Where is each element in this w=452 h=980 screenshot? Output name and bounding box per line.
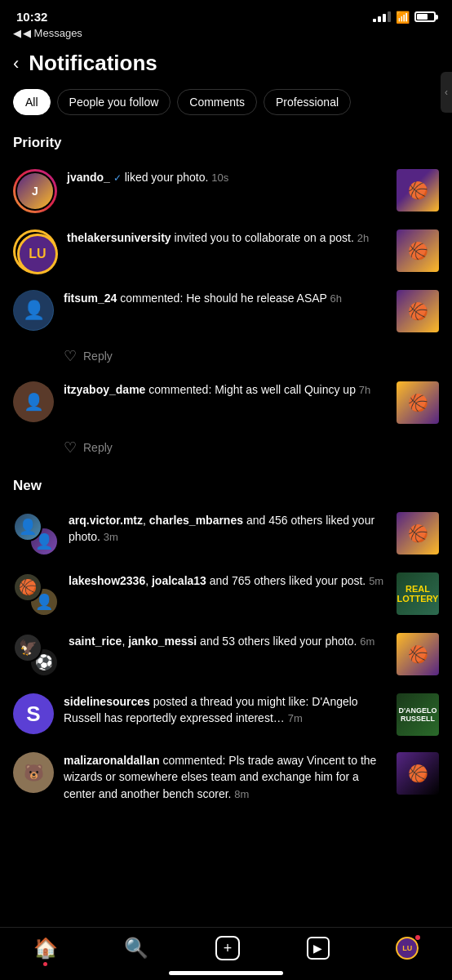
group-avatars-saintrice[interactable]: 🦅 ⚽ xyxy=(13,633,59,677)
filter-tabs: All People you follow Comments Professio… xyxy=(0,89,452,131)
filter-tab-people[interactable]: People you follow xyxy=(57,89,171,115)
username-sidelinesources[interactable]: sidelinesources xyxy=(64,695,150,708)
thumb-malizaron[interactable]: 🏀 xyxy=(397,752,439,795)
time-lakeshow: 5m xyxy=(369,575,383,587)
comma-saintrice: , xyxy=(122,635,128,648)
notif-item-lakersuniversity: LU thelakersuniversity invited you to co… xyxy=(0,221,452,282)
section-heading-new: New xyxy=(0,474,452,504)
notif-text-itzyaboy: itzyaboy_dame commented: Might as well c… xyxy=(64,381,387,399)
thumb-lakeshow[interactable]: REAL LOTTERY xyxy=(397,572,439,615)
action-itzyaboy: commented: Might as well call Quincy up xyxy=(148,383,359,396)
notif-text-jvando: jvando_ ✓ liked your photo. 10s xyxy=(67,169,387,186)
reply-button-fitsum[interactable]: Reply xyxy=(83,350,113,363)
avatar-malizaron[interactable]: 🐻 xyxy=(13,752,54,793)
wifi-icon: 📶 xyxy=(396,11,410,24)
sidebar-tab[interactable]: ‹ xyxy=(441,72,452,113)
notif-text-lakersuniversity: thelakersuniversity invited you to colla… xyxy=(67,229,387,247)
action-saintrice: and 53 others liked your photo. xyxy=(200,635,360,648)
like-icon-fitsum[interactable]: ♡ xyxy=(64,347,77,365)
messages-back-arrow: ◀ xyxy=(13,27,21,39)
avatar-fitsum[interactable]: 👤 xyxy=(13,290,54,331)
notif-content-saintrice: saint_rice, janko_messi and 53 others li… xyxy=(69,633,387,650)
group-av1-lakeshow: 🏀 xyxy=(13,572,42,602)
filter-tab-all[interactable]: All xyxy=(13,89,51,115)
like-icon-itzyaboy[interactable]: ♡ xyxy=(64,439,77,457)
username-jankomessi[interactable]: janko_messi xyxy=(128,635,197,648)
home-indicator xyxy=(169,971,283,975)
username-lakersuniversity[interactable]: thelakersuniversity xyxy=(67,231,171,244)
time-arqvictor: 3m xyxy=(104,531,118,543)
notif-content-malizaron: malizaronaldallan commented: Pls trade a… xyxy=(64,752,387,802)
verified-icon-jvando: ✓ xyxy=(113,172,122,184)
signal-bar-3 xyxy=(383,14,386,22)
page-header: ‹ Notifications xyxy=(0,44,452,89)
notif-content-lakeshow: lakeshow2336, joalcala13 and 765 others … xyxy=(69,572,387,590)
reels-icon: ▶ xyxy=(307,937,330,960)
nav-add[interactable]: + xyxy=(215,936,240,960)
notif-text-arqvictor: arq.victor.mtz, charles_mbarnes and 456 … xyxy=(69,512,387,546)
thumb-jvando[interactable]: 🏀 xyxy=(397,169,439,212)
thumb-lakersuniversity[interactable]: 🏀 xyxy=(397,229,439,272)
filter-tab-professional[interactable]: Professional xyxy=(264,89,351,115)
group-av1-arqvictor: 👤 xyxy=(13,512,42,541)
nav-profile[interactable]: LU xyxy=(396,937,419,960)
thumb-arqvictor[interactable]: 🏀 xyxy=(397,512,439,555)
username-saintrice[interactable]: saint_rice xyxy=(69,635,122,648)
time-malizaron: 8m xyxy=(234,788,249,800)
back-button[interactable]: ‹ xyxy=(13,53,19,74)
messages-back-link[interactable]: ◀ ◀ Messages xyxy=(0,27,452,44)
username-malizaron[interactable]: malizaronaldallan xyxy=(64,754,159,767)
battery-icon xyxy=(414,11,436,22)
avatar-sidelinesources[interactable]: S xyxy=(13,693,54,734)
thumb-fitsum[interactable]: 🏀 xyxy=(397,290,439,332)
avatar-ring-lakersuniversity[interactable]: LU xyxy=(13,229,57,274)
notif-item-saintrice: 🦅 ⚽ saint_rice, janko_messi and 53 other… xyxy=(0,625,452,685)
battery-fill xyxy=(417,14,428,20)
home-icon: 🏠 xyxy=(33,937,58,960)
nav-search[interactable]: 🔍 xyxy=(124,937,148,960)
time-jvando: 10s xyxy=(211,172,228,184)
action-lakeshow: and 765 others liked your post. xyxy=(210,574,369,587)
username-fitsum[interactable]: fitsum_24 xyxy=(64,292,117,305)
group-avatars-arqvictor[interactable]: 👤 👤 xyxy=(13,512,59,556)
time-itzyaboy: 7h xyxy=(359,384,370,396)
notif-text-malizaron: malizaronaldallan commented: Pls trade a… xyxy=(64,752,387,802)
filter-tab-comments[interactable]: Comments xyxy=(177,89,257,115)
notif-item-jvando: J jvando_ ✓ liked your photo. 10s 🏀 xyxy=(0,161,452,221)
thumb-sidelinesources[interactable]: D'ANGELO RUSSELL xyxy=(397,693,439,736)
nav-reels[interactable]: ▶ xyxy=(307,937,330,960)
username-charles[interactable]: charles_mbarnes xyxy=(149,514,243,527)
time-lakersuniversity: 2h xyxy=(357,232,369,244)
time-sidelinesources: 7m xyxy=(288,712,303,724)
username-lakeshow[interactable]: lakeshow2336 xyxy=(69,574,145,587)
messages-back-label: ◀ Messages xyxy=(23,27,82,39)
add-icon: + xyxy=(215,936,240,960)
signal-bar-4 xyxy=(388,11,391,22)
thumb-itzyaboy[interactable]: 🏀 xyxy=(397,381,439,424)
status-bar: 10:32 📶 xyxy=(0,0,452,27)
notif-text-sidelinesources: sidelinesources posted a thread you migh… xyxy=(64,693,387,727)
signal-bar-1 xyxy=(373,19,376,22)
page-title: Notifications xyxy=(29,51,157,76)
notif-content-sidelinesources: sidelinesources posted a thread you migh… xyxy=(64,693,387,727)
notif-item-lakeshow: 🏀 👤 lakeshow2336, joalcala13 and 765 oth… xyxy=(0,564,452,625)
signal-bar-2 xyxy=(378,16,381,22)
username-joalcala[interactable]: joalcala13 xyxy=(152,574,206,587)
search-icon: 🔍 xyxy=(124,937,148,960)
comma-arqvictor: , xyxy=(143,514,149,527)
thumb-saintrice[interactable]: 🏀 xyxy=(397,633,439,675)
nav-home[interactable]: 🏠 xyxy=(33,937,58,960)
comma-lakeshow: , xyxy=(145,574,152,587)
username-itzyaboy[interactable]: itzyaboy_dame xyxy=(64,383,145,396)
group-avatars-lakeshow[interactable]: 🏀 👤 xyxy=(13,572,59,617)
avatar-ring-jvando[interactable]: J xyxy=(13,169,57,213)
username-arqvictor[interactable]: arq.victor.mtz xyxy=(69,514,143,527)
notif-text-fitsum: fitsum_24 commented: He should he releas… xyxy=(64,290,387,307)
profile-avatar-nav: LU xyxy=(396,937,419,960)
username-jvando[interactable]: jvando_ xyxy=(67,171,110,184)
avatar-itzyaboy[interactable]: 👤 xyxy=(13,381,54,422)
reply-button-itzyaboy[interactable]: Reply xyxy=(83,441,113,454)
sidebar-tab-arrow: ‹ xyxy=(445,87,448,98)
notif-item-itzyaboy: 👤 itzyaboy_dame commented: Might as well… xyxy=(0,373,452,465)
action-fitsum: commented: He should he release ASAP xyxy=(120,292,330,305)
